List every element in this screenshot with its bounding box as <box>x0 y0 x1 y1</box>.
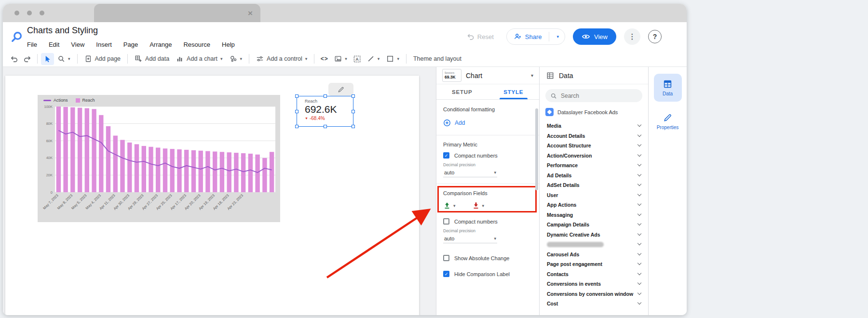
window-close-dot[interactable] <box>14 11 19 15</box>
chevron-down-icon[interactable] <box>637 182 641 186</box>
theme-and-layout-button[interactable]: Theme and layout <box>410 53 465 65</box>
insert-shape-button[interactable]: ▾ <box>383 53 403 65</box>
selection-handle[interactable] <box>295 94 298 98</box>
chevron-down-icon[interactable] <box>637 162 641 166</box>
share-button[interactable]: Share ▾ <box>506 28 565 45</box>
field-category-row[interactable]: Campaign Details <box>540 220 648 230</box>
browser-tab[interactable]: × <box>94 4 260 22</box>
chevron-down-icon[interactable] <box>637 252 641 255</box>
report-canvas[interactable]: ActionsReach 020K40K60K80K100KMay 7, 202… <box>3 67 436 315</box>
chevron-down-icon[interactable] <box>637 192 641 196</box>
insert-image-button[interactable]: ▾ <box>331 53 351 65</box>
selection-handle[interactable] <box>295 125 298 128</box>
chevron-down-icon[interactable] <box>637 133 641 137</box>
chevron-down-icon[interactable] <box>637 271 641 275</box>
positive-change-arrow-select[interactable]: ▾ <box>443 202 456 210</box>
window-minimize-dot[interactable] <box>27 11 32 15</box>
window-maximize-dot[interactable] <box>40 11 44 15</box>
field-category-row[interactable]: Page post engagement <box>540 259 648 269</box>
zoom-tool-button[interactable]: ▾ <box>54 53 74 65</box>
chart-type-header[interactable]: Sessions 69.3K Chart ▾ <box>436 67 539 84</box>
add-page-button[interactable]: Add page <box>81 53 124 65</box>
redo-button[interactable] <box>21 53 34 65</box>
report-title[interactable]: Charts and Styling <box>27 26 98 36</box>
panel-scrollbar[interactable] <box>535 108 538 190</box>
menu-view[interactable]: View <box>71 41 84 48</box>
insert-line-button[interactable]: ▾ <box>364 53 383 65</box>
chevron-down-icon[interactable] <box>637 301 641 305</box>
field-category-row[interactable]: Account Details <box>540 131 648 141</box>
field-category-row[interactable]: Messaging <box>540 210 648 220</box>
field-category-row[interactable]: Ad Details <box>540 171 648 181</box>
show-absolute-change-row[interactable]: Show Absolute Change <box>443 255 532 261</box>
chevron-down-icon[interactable] <box>637 281 641 285</box>
menu-help[interactable]: Help <box>222 41 235 48</box>
add-conditional-format-button[interactable]: Add <box>443 117 532 129</box>
help-icon[interactable]: ? <box>648 30 662 43</box>
field-category-row[interactable]: App Actions <box>540 200 648 210</box>
field-category-row[interactable]: User <box>540 190 648 200</box>
menu-file[interactable]: File <box>27 41 37 48</box>
tab-style[interactable]: STYLE <box>488 84 540 99</box>
embed-button[interactable]: <> <box>318 53 331 65</box>
reset-button[interactable]: Reset <box>462 33 499 40</box>
rail-properties-button[interactable]: Properties <box>654 107 682 135</box>
menu-page[interactable]: Page <box>123 41 138 48</box>
chevron-down-icon[interactable] <box>637 202 641 206</box>
view-button[interactable]: View <box>573 28 616 45</box>
field-category-row[interactable]: Account Structure <box>540 141 648 151</box>
menu-arrange[interactable]: Arrange <box>149 41 172 48</box>
chevron-down-icon[interactable] <box>637 172 641 176</box>
chevron-down-icon[interactable] <box>637 241 641 245</box>
menu-edit[interactable]: Edit <box>49 41 59 48</box>
add-data-button[interactable]: Add data <box>131 53 173 65</box>
checkbox-checked-icon[interactable]: ✓ <box>443 152 449 159</box>
field-category-row[interactable]: Conversions by conversion window <box>540 289 648 299</box>
field-category-row[interactable]: Performance <box>540 160 648 171</box>
comparison-compact-numbers-row[interactable]: Compact numbers <box>443 218 532 225</box>
field-category-row[interactable]: Media <box>540 121 648 131</box>
more-options-kebab-icon[interactable]: ⋮ <box>624 28 640 45</box>
scorecard-edit-chip[interactable] <box>328 83 353 96</box>
hide-comparison-label-row[interactable]: ✓ Hide Comparison Label <box>443 271 532 277</box>
add-chart-button[interactable]: Add a chart ▾ <box>173 53 226 65</box>
combo-chart-widget[interactable]: ActionsReach 020K40K60K80K100KMay 7, 202… <box>38 95 280 222</box>
tab-setup[interactable]: SETUP <box>436 84 488 99</box>
chevron-down-icon[interactable] <box>637 222 641 225</box>
add-control-button[interactable]: Add a control ▾ <box>253 53 311 65</box>
field-search-box[interactable] <box>545 89 642 102</box>
selection-handle[interactable] <box>352 94 355 98</box>
chevron-down-icon[interactable] <box>637 291 641 295</box>
chevron-down-icon[interactable] <box>637 232 641 236</box>
menu-insert[interactable]: Insert <box>96 41 112 48</box>
insert-text-button[interactable]: A <box>351 53 364 65</box>
rail-data-button[interactable]: Data <box>654 74 682 102</box>
selection-handle[interactable] <box>324 125 327 128</box>
chevron-down-icon[interactable] <box>637 212 641 216</box>
selection-handle[interactable] <box>352 110 355 113</box>
scorecard-widget[interactable]: Reach 692.6K ▼ -68.4% <box>297 96 353 127</box>
undo-button[interactable] <box>8 53 21 65</box>
field-category-row[interactable]: Carousel Ads <box>540 250 648 260</box>
field-category-row[interactable]: AdSet Details <box>540 180 648 190</box>
search-input[interactable] <box>561 93 628 99</box>
field-category-row[interactable] <box>540 239 648 250</box>
decimal-precision-select[interactable]: auto ▾ <box>443 168 497 177</box>
checkbox-unchecked-icon[interactable] <box>443 255 449 261</box>
select-tool-button[interactable] <box>41 53 54 65</box>
chevron-down-icon[interactable] <box>637 143 641 146</box>
tab-close-icon[interactable]: × <box>248 9 253 17</box>
report-page[interactable]: ActionsReach 020K40K60K80K100KMay 7, 202… <box>5 76 419 315</box>
field-category-row[interactable]: Conversions in events <box>540 279 648 289</box>
field-category-row[interactable]: Cost <box>540 299 648 309</box>
checkbox-unchecked-icon[interactable] <box>443 218 449 225</box>
field-category-row[interactable]: Contacts <box>540 269 648 279</box>
selection-handle[interactable] <box>324 94 327 98</box>
compact-numbers-row[interactable]: ✓ Compact numbers <box>443 152 532 159</box>
community-visualizations-button[interactable]: ▾ <box>226 53 246 65</box>
chevron-down-icon[interactable] <box>637 261 641 265</box>
negative-change-arrow-select[interactable]: ▾ <box>472 202 485 210</box>
selection-handle[interactable] <box>352 125 355 128</box>
field-category-row[interactable]: Dynamic Creative Ads <box>540 230 648 240</box>
data-source-row[interactable]: Dataslayer Facebook Ads <box>545 108 642 116</box>
